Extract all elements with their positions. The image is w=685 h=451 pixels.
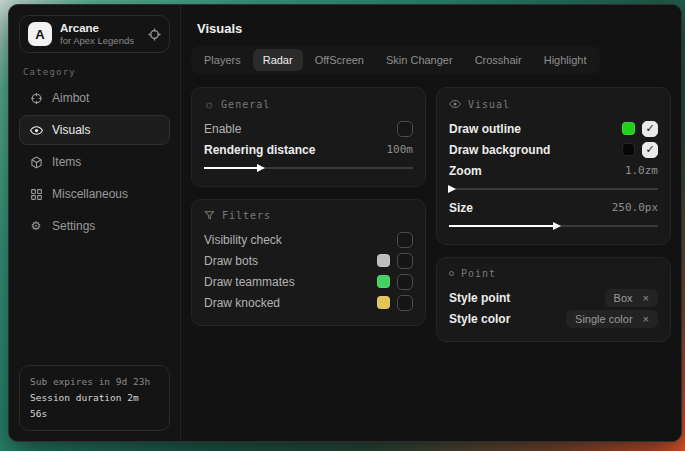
- tab-bar: Players Radar OffScreen Skin Changer Cro…: [191, 46, 600, 74]
- zoom-label: Zoom: [449, 164, 482, 178]
- tab-highlight[interactable]: Highlight: [534, 49, 597, 71]
- size-label: Size: [449, 201, 473, 215]
- tab-players[interactable]: Players: [194, 49, 251, 71]
- app-subtitle: for Apex Legends: [60, 35, 134, 47]
- category-label: Category: [23, 67, 166, 77]
- style-point-value: Box: [614, 292, 633, 304]
- close-icon[interactable]: ×: [643, 313, 649, 325]
- cube-icon: [29, 156, 43, 169]
- draw-background-row: Draw background ✓: [449, 139, 658, 160]
- sidebar-item-settings[interactable]: ⚙ Settings: [19, 211, 170, 241]
- app-window: A Arcane for Apex Legends Category Aimbo…: [8, 4, 682, 442]
- slider-thumb-icon[interactable]: [257, 164, 265, 172]
- close-icon[interactable]: ×: [643, 292, 649, 304]
- crosshair-icon[interactable]: [148, 28, 161, 41]
- page-title: Visuals: [197, 21, 242, 36]
- right-column: Visual Draw outline ✓ Draw background: [436, 87, 671, 342]
- left-column: ☼ General Enable ✓ Rendering distance 10…: [191, 87, 426, 326]
- size-row: Size 250.0px: [449, 197, 658, 218]
- draw-teammates-color-swatch[interactable]: [377, 275, 390, 288]
- app-name: Arcane: [60, 21, 134, 35]
- visual-card: Visual Draw outline ✓ Draw background: [436, 87, 671, 245]
- grid-icon: [29, 188, 43, 201]
- draw-outline-checkbox[interactable]: ✓: [642, 121, 658, 137]
- draw-background-checkbox[interactable]: ✓: [642, 142, 658, 158]
- sidebar-item-visuals[interactable]: Visuals: [19, 115, 170, 145]
- draw-background-color-swatch[interactable]: [622, 143, 635, 156]
- draw-bots-checkbox[interactable]: ✓: [397, 253, 413, 269]
- style-color-select[interactable]: Single color ×: [566, 310, 658, 328]
- check-icon: ✓: [645, 123, 654, 134]
- zoom-slider[interactable]: [449, 184, 658, 193]
- session-duration-text: Session duration 2m 56s: [30, 390, 159, 422]
- sidebar-item-label: Settings: [52, 219, 95, 233]
- card-title: Visual: [468, 99, 510, 110]
- draw-teammates-label: Draw teammates: [204, 275, 295, 289]
- size-slider[interactable]: [449, 221, 658, 230]
- sidebar-item-label: Aimbot: [52, 91, 89, 105]
- draw-bots-color-swatch[interactable]: [377, 254, 390, 267]
- draw-knocked-row: Draw knocked ✓: [204, 292, 413, 313]
- enable-label: Enable: [204, 122, 241, 136]
- rendering-distance-label: Rendering distance: [204, 143, 315, 157]
- visibility-check-label: Visibility check: [204, 233, 282, 247]
- visibility-check-row: Visibility check ✓: [204, 229, 413, 250]
- tab-radar[interactable]: Radar: [253, 49, 303, 71]
- sub-expires-text: Sub expires in 9d 23h: [30, 374, 159, 390]
- draw-background-label: Draw background: [449, 143, 550, 157]
- style-color-row: Style color Single color ×: [449, 308, 658, 329]
- style-point-select[interactable]: Box ×: [605, 289, 658, 307]
- slider-thumb-icon[interactable]: [553, 222, 561, 230]
- sidebar-item-label: Miscellaneous: [52, 187, 128, 201]
- general-card: ☼ General Enable ✓ Rendering distance 10…: [191, 87, 426, 187]
- check-icon: ✓: [645, 144, 654, 155]
- gear-icon: ⚙: [29, 219, 43, 233]
- style-point-label: Style point: [449, 291, 510, 305]
- sidebar-item-aimbot[interactable]: Aimbot: [19, 83, 170, 113]
- card-title: Filters: [222, 210, 271, 221]
- general-card-header: ☼ General: [204, 98, 413, 110]
- visibility-check-checkbox[interactable]: ✓: [397, 232, 413, 248]
- tab-offscreen[interactable]: OffScreen: [305, 49, 374, 71]
- rendering-distance-slider[interactable]: [204, 163, 413, 172]
- draw-teammates-row: Draw teammates ✓: [204, 271, 413, 292]
- draw-knocked-checkbox[interactable]: ✓: [397, 295, 413, 311]
- enable-checkbox[interactable]: ✓: [397, 121, 413, 137]
- enable-row: Enable ✓: [204, 118, 413, 139]
- sun-gear-icon: ☼: [204, 98, 214, 110]
- draw-bots-label: Draw bots: [204, 254, 258, 268]
- sidebar-item-label: Visuals: [52, 123, 90, 137]
- app-titles: Arcane for Apex Legends: [60, 21, 134, 47]
- rendering-distance-value: 100m: [387, 143, 414, 156]
- sidebar-item-miscellaneous[interactable]: Miscellaneous: [19, 179, 170, 209]
- visual-card-header: Visual: [449, 98, 658, 110]
- point-card-header: Point: [449, 268, 658, 279]
- tab-skin-changer[interactable]: Skin Changer: [376, 49, 463, 71]
- draw-knocked-color-swatch[interactable]: [377, 296, 390, 309]
- zoom-value: 1.0zm: [625, 164, 658, 177]
- size-value: 250.0px: [612, 201, 658, 214]
- subscription-info-card: Sub expires in 9d 23h Session duration 2…: [19, 365, 170, 431]
- rendering-distance-row: Rendering distance 100m: [204, 139, 413, 160]
- sidebar: A Arcane for Apex Legends Category Aimbo…: [9, 5, 181, 441]
- sidebar-item-items[interactable]: Items: [19, 147, 170, 177]
- draw-outline-row: Draw outline ✓: [449, 118, 658, 139]
- main-header: Visuals: [181, 5, 681, 46]
- filters-card: Filters Visibility check ✓ Draw bots ✓: [191, 199, 426, 326]
- eye-icon: [29, 124, 43, 137]
- card-title: Point: [461, 268, 496, 279]
- draw-teammates-checkbox[interactable]: ✓: [397, 274, 413, 290]
- tab-crosshair[interactable]: Crosshair: [465, 49, 532, 71]
- draw-outline-label: Draw outline: [449, 122, 521, 136]
- slider-thumb-icon[interactable]: [448, 185, 456, 193]
- style-color-label: Style color: [449, 312, 510, 326]
- point-card: Point Style point Box × Style color Sing…: [436, 257, 671, 342]
- aimbot-icon: [29, 92, 43, 105]
- main-panel: Visuals Players Radar OffScreen Skin Cha…: [181, 5, 681, 441]
- app-logo: A: [28, 22, 52, 46]
- draw-bots-row: Draw bots ✓: [204, 250, 413, 271]
- card-title: General: [221, 99, 270, 110]
- eye-icon: [449, 98, 461, 110]
- draw-outline-color-swatch[interactable]: [622, 122, 635, 135]
- filters-card-header: Filters: [204, 210, 413, 221]
